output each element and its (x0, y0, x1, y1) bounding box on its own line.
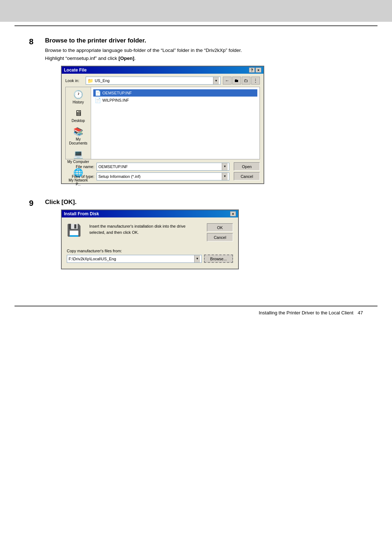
install-from-disk-dialog: Install From Disk × 💾 Insert the manufac… (61, 209, 239, 269)
filetype-label: Files of type: (65, 174, 94, 179)
install-btn-group: OK Cancel (207, 223, 233, 241)
sidebar-desktop[interactable]: 🖥 Desktop (72, 109, 85, 123)
step-8-number: 8 (29, 37, 39, 46)
locate-cancel-group: Cancel (234, 172, 260, 180)
install-disk-titlebar: Install From Disk × (62, 210, 238, 217)
install-cancel-button[interactable]: Cancel (207, 233, 233, 241)
sidebar-history[interactable]: 🕐 History (73, 90, 84, 104)
step-8-body-line1: Browse to the appropriate language sub-f… (45, 48, 242, 53)
locate-file-dialog: Locate File ? × Look in: 📁 US_Eng (61, 66, 264, 184)
install-top-row: 💾 Insert the manufacturer's installation… (67, 223, 233, 241)
floppy-disk-icon: 💾 (67, 223, 84, 237)
step-9-heading: Click [OK]. (45, 199, 363, 206)
locate-file-help-btn[interactable]: ? (249, 68, 255, 73)
step-9-content: Click [OK]. Install From Disk × 💾 Insert… (45, 199, 363, 280)
locate-file-body: Look in: 📁 US_Eng ▼ ← 🖿 🗀 ⋮ (62, 74, 264, 183)
locate-file-close-btn[interactable]: × (256, 68, 261, 73)
install-copy-row: Copy manufacturer's files from: F:\Driv2… (67, 249, 233, 263)
filetype-row: Files of type: Setup Information (*.inf)… (65, 172, 260, 180)
create-folder-btn[interactable]: 🗀 (242, 77, 250, 85)
footer: Installing the Printer Driver to the Loc… (0, 306, 392, 319)
sidebar-desktop-label: Desktop (72, 119, 85, 123)
locate-btn-group: Open (234, 162, 260, 171)
filename-row: File name: OEMSETUP.INF ▼ Open (65, 162, 260, 171)
top-bar (0, 0, 392, 22)
open-button[interactable]: Open (234, 162, 260, 171)
step-8-heading: Browse to the printer driver folder. (45, 37, 363, 44)
filename-value: OEMSETUP.INF (98, 164, 222, 169)
copy-label: Copy manufacturer's files from: (67, 249, 233, 253)
step-8-body-open-bold: [Open] (119, 56, 135, 61)
file-panel: 📄 OEMSETUP.INF 📄 WILPPINS.INF (91, 87, 260, 159)
install-path-row: F:\Driv2kXp\Local\US_Eng ▼ Browse... (67, 254, 233, 263)
locate-bottom: File name: OEMSETUP.INF ▼ Open Files of … (65, 162, 260, 180)
lookin-combo[interactable]: 📁 US_Eng ▼ (86, 77, 221, 85)
lookin-label: Look in: (65, 78, 83, 83)
filename-input[interactable]: OEMSETUP.INF ▼ (97, 163, 229, 171)
wilppins-icon: 📄 (95, 97, 101, 103)
install-body-text: Insert the manufacturer's installation d… (89, 223, 202, 235)
step-8-body-period: . (134, 56, 136, 61)
sidebar-mydocuments-label: My Documents (67, 137, 89, 145)
file-wilppins[interactable]: 📄 WILPPINS.INF (93, 97, 257, 104)
mydocuments-icon: 📚 (73, 127, 83, 137)
install-path-value: F:\Driv2kXp\Local\US_Eng (69, 257, 194, 261)
lookin-combo-text: US_Eng (95, 78, 213, 83)
wilppins-name: WILPPINS.INF (102, 98, 129, 102)
main-content: 8 Browse to the printer driver folder. B… (0, 26, 392, 298)
lookin-row: Look in: 📁 US_Eng ▼ ← 🖿 🗀 ⋮ (65, 77, 260, 85)
locate-file-titlebar-buttons: ? × (249, 68, 261, 73)
file-oemsetup[interactable]: 📄 OEMSETUP.INF (93, 89, 257, 97)
step-9: 9 Click [OK]. Install From Disk × 💾 Inse… (29, 199, 363, 280)
lookin-folder-icon: 📁 (87, 78, 93, 83)
sidebar-history-label: History (73, 100, 84, 104)
ok-button[interactable]: OK (207, 223, 233, 232)
step-8: 8 Browse to the printer driver folder. B… (29, 37, 363, 195)
footer-page: 47 (358, 310, 363, 315)
step-9-number: 9 (29, 199, 39, 208)
locate-sidebar: 🕐 History 🖥 Desktop 📚 My Documents (66, 87, 91, 159)
oemsetup-name: OEMSETUP.INF (102, 91, 132, 95)
install-path-combo[interactable]: F:\Driv2kXp\Local\US_Eng ▼ (67, 255, 202, 263)
mycomputer-icon: 💻 (73, 150, 83, 159)
install-disk-title: Install From Disk (64, 211, 99, 216)
filename-arrow[interactable]: ▼ (222, 163, 228, 170)
install-body: 💾 Insert the manufacturer's installation… (62, 217, 238, 269)
desktop-icon: 🖥 (74, 109, 82, 118)
locate-cancel-button[interactable]: Cancel (234, 172, 260, 180)
filetype-value: Setup Information (*.inf) (98, 174, 222, 179)
history-icon: 🕐 (73, 90, 83, 99)
install-path-arrow[interactable]: ▼ (194, 255, 200, 262)
filetype-arrow[interactable]: ▼ (222, 173, 228, 180)
filetype-input[interactable]: Setup Information (*.inf) ▼ (97, 172, 229, 180)
step-8-body-line2-prefix: Highlight “oemsetup.inf” and click (45, 56, 119, 61)
install-disk-titlebar-buttons: × (230, 211, 236, 216)
locate-file-titlebar: Locate File ? × (62, 66, 264, 74)
up-folder-btn[interactable]: 🖿 (232, 77, 241, 85)
locate-toolbar-icons: ← 🖿 🗀 ⋮ (223, 77, 260, 85)
step-8-content: Browse to the printer driver folder. Bro… (45, 37, 363, 195)
footer-text: Installing the Printer Driver to the Loc… (259, 310, 354, 315)
install-disk-close-btn[interactable]: × (230, 211, 236, 216)
browse-button[interactable]: Browse... (204, 254, 233, 263)
filename-label: File name: (65, 164, 94, 169)
lookin-combo-arrow[interactable]: ▼ (213, 77, 219, 84)
step-8-body: Browse to the appropriate language sub-f… (45, 46, 363, 62)
locate-main-pane: 🕐 History 🖥 Desktop 📚 My Documents (65, 87, 260, 159)
back-btn[interactable]: ← (223, 77, 232, 85)
sidebar-mycomputer[interactable]: 💻 My Computer (67, 150, 89, 164)
locate-file-title: Locate File (64, 68, 87, 73)
view-btn[interactable]: ⋮ (251, 77, 260, 85)
sidebar-mydocuments[interactable]: 📚 My Documents (67, 127, 89, 145)
oemsetup-icon: 📄 (95, 90, 101, 96)
